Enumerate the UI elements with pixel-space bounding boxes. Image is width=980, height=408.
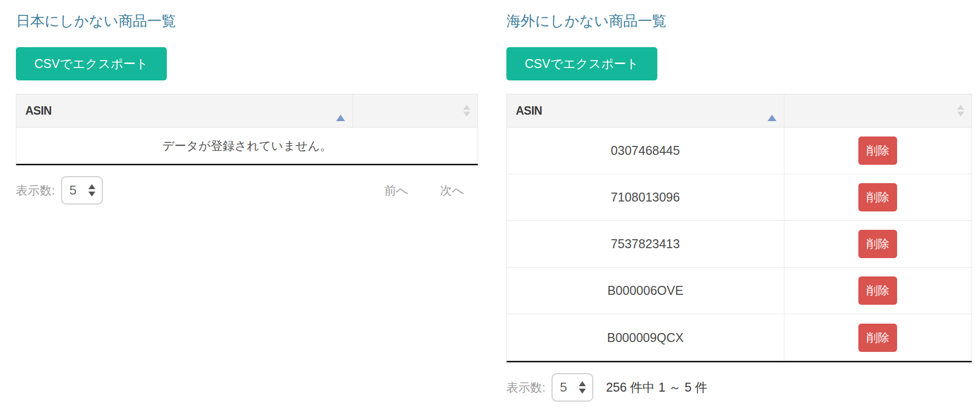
sort-unsorted-icon [463, 105, 470, 117]
action-cell: 削除 [784, 268, 972, 314]
overseas-only-panel: 海外にしかない商品一覧 CSVでエクスポート ASIN 0307468445 削… [506, 13, 972, 402]
delete-button[interactable]: 削除 [858, 230, 897, 258]
delete-button[interactable]: 削除 [858, 136, 897, 165]
select-spinner-icon [579, 381, 586, 394]
actions-column-header[interactable] [353, 94, 478, 127]
sort-ascending-icon [768, 106, 776, 115]
csv-export-button-overseas[interactable]: CSVでエクスポート [506, 47, 657, 80]
action-cell: 削除 [784, 221, 972, 267]
overseas-only-title: 海外にしかない商品一覧 [506, 13, 972, 29]
page-size-label: 表示数: [506, 380, 546, 396]
overseas-only-table: ASIN 0307468445 削除 7108013096 削除 7537823… [506, 94, 972, 362]
japan-only-panel: 日本にしかない商品一覧 CSVでエクスポート ASIN データが登録されていませ… [16, 13, 478, 204]
page-size-value: 5 [70, 183, 76, 198]
csv-export-button-japan[interactable]: CSVでエクスポート [16, 47, 167, 80]
japan-only-title: 日本にしかない商品一覧 [16, 13, 478, 29]
japan-only-table: ASIN データが登録されていません。 [16, 94, 478, 165]
delete-button[interactable]: 削除 [858, 324, 897, 352]
asin-cell: 7108013096 [507, 174, 784, 220]
overseas-pagination-bar: 表示数: 5 256 件中 1 ～ 5 件 [506, 373, 972, 402]
asin-cell: 7537823413 [507, 221, 784, 267]
result-range-text: 256 件中 1 ～ 5 件 [606, 379, 707, 396]
action-cell: 削除 [784, 128, 972, 174]
table-row: 0307468445 削除 [507, 128, 972, 174]
table-row: 7108013096 削除 [507, 174, 972, 221]
table-header-row: ASIN [16, 94, 478, 128]
empty-message: データが登録されていません。 [16, 128, 478, 164]
asin-column-header[interactable]: ASIN [507, 94, 784, 127]
table-header-row: ASIN [507, 94, 972, 128]
sort-ascending-icon [336, 106, 345, 115]
action-cell: 削除 [784, 174, 972, 220]
page-size-value: 5 [560, 380, 567, 395]
japan-pagination-bar: 表示数: 5 前へ 次へ [16, 176, 478, 204]
action-cell: 削除 [784, 314, 972, 361]
actions-column-header[interactable] [784, 94, 972, 127]
asin-cell: 0307468445 [507, 128, 784, 174]
asin-header-label: ASIN [16, 104, 52, 118]
page-size-select-overseas[interactable]: 5 [552, 373, 593, 402]
page-size-label: 表示数: [16, 183, 55, 199]
asin-cell: B000009QCX [507, 314, 784, 361]
asin-cell: B000006OVE [507, 268, 784, 314]
asin-column-header[interactable]: ASIN [16, 94, 353, 127]
select-spinner-icon [88, 184, 95, 197]
delete-button[interactable]: 削除 [858, 183, 897, 211]
prev-page-link[interactable]: 前へ [384, 183, 409, 199]
asin-header-label: ASIN [507, 104, 542, 118]
table-row: B000006OVE 削除 [507, 268, 972, 314]
next-page-link[interactable]: 次へ [440, 183, 464, 199]
page-size-select-japan[interactable]: 5 [61, 176, 103, 204]
sort-unsorted-icon [957, 105, 964, 117]
delete-button[interactable]: 削除 [858, 276, 897, 305]
table-row: 7537823413 削除 [507, 221, 972, 268]
table-row: B000009QCX 削除 [507, 314, 972, 361]
